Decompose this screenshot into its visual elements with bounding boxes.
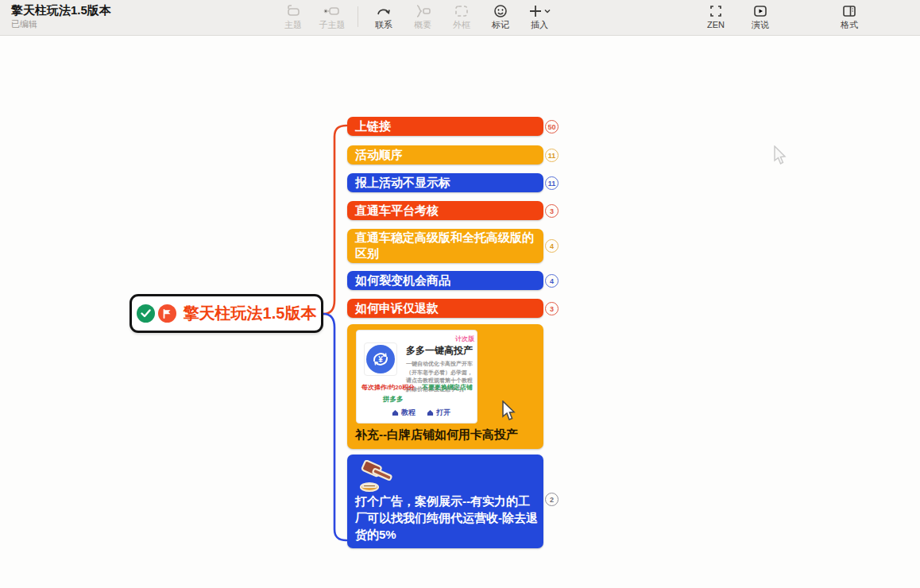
- relationship-icon: [376, 3, 392, 19]
- badge-count[interactable]: 3: [545, 302, 559, 315]
- topic-shanglianjie[interactable]: 上链接: [347, 117, 543, 136]
- card-open-button: 打开: [427, 408, 450, 418]
- zen-brackets-icon: [708, 3, 724, 19]
- mouse-cursor-ghost: [773, 145, 787, 166]
- root-topic-label: 擎天柱玩法1.5版本: [184, 303, 317, 324]
- root-topic[interactable]: 擎天柱玩法1.5版本: [129, 294, 323, 333]
- toolbar-boundary-button[interactable]: 外框: [448, 3, 475, 30]
- document-title: 擎天柱玩法1.5版本: [11, 2, 111, 18]
- topic-shensu-tuikuan[interactable]: 如何申诉仅退款: [347, 299, 543, 318]
- toolbar-insert-button[interactable]: 插入: [526, 3, 553, 30]
- app-header: 擎天柱玩法1.5版本 已编辑 主题 子主题 联系: [0, 0, 920, 36]
- badge-count[interactable]: 11: [545, 176, 559, 190]
- card-edition-tag: 计次版: [455, 335, 474, 343]
- topic-baipai-gaotouchan[interactable]: ¥ 计次版 多多一键高投产 一键自动优化卡高投产开车（开车老手必看）必学篇，请点…: [347, 324, 543, 449]
- badge-count[interactable]: 11: [545, 149, 559, 162]
- card-cost-note: 每次操作/约20积分: [361, 383, 415, 392]
- card-app-name: 多多一键高投产: [406, 344, 473, 358]
- main-toolbar: 主题 子主题 联系 概要: [280, 3, 553, 30]
- play-presentation-icon: [752, 3, 768, 19]
- topic-baipai-label: 补充--白牌店铺如何用卡高投产: [355, 427, 538, 443]
- badge-count[interactable]: 2: [545, 493, 559, 506]
- svg-text:¥: ¥: [378, 355, 383, 364]
- toolbar-subtopic-button[interactable]: 子主题: [319, 3, 346, 30]
- card-platform-label: 拼多多: [383, 395, 404, 404]
- document-meta: 擎天柱玩法1.5版本 已编辑: [11, 2, 111, 29]
- document-status: 已编辑: [11, 18, 111, 29]
- format-panel-icon: [841, 3, 857, 19]
- topic-baoshang-huodong[interactable]: 报上活动不显示标: [347, 173, 543, 192]
- format-toolbar: 格式: [836, 3, 863, 30]
- toolbar-topic-button[interactable]: 主题: [280, 3, 307, 30]
- badge-count[interactable]: 4: [545, 239, 559, 253]
- yuan-refresh-icon: ¥: [366, 345, 395, 373]
- insert-plus-icon: [528, 3, 551, 19]
- view-toolbar: ZEN 演说: [702, 3, 774, 30]
- topic-icon: [285, 3, 301, 19]
- home-icon: [392, 409, 399, 416]
- toolbar-relationship-button[interactable]: 联系: [370, 3, 397, 30]
- marker-smiley-icon: [493, 3, 508, 19]
- badge-count[interactable]: 4: [545, 274, 559, 288]
- summary-icon: [414, 3, 431, 19]
- pitch-mode-button[interactable]: 演说: [747, 3, 774, 30]
- topic-huodong-shunxu[interactable]: 活动顺序: [347, 145, 543, 164]
- toolbar-divider: [358, 6, 358, 27]
- mindmap-canvas[interactable]: 擎天柱玩法1.5版本 上链接 活动顺序 报上活动不显示标 直通车平台考核 直通车…: [0, 37, 920, 588]
- topic-guanggao-label: 打个广告，案例展示--有实力的工厂可以找我们纯佣代运营收-除去退货的5%: [355, 493, 538, 543]
- badge-count[interactable]: 50: [545, 120, 559, 133]
- subtopic-icon: [323, 3, 341, 19]
- topic-zhitongche-kaohe[interactable]: 直通车平台考核: [347, 201, 543, 220]
- topic-zhitongche-qubie[interactable]: 直通车稳定高级版和全托高级版的区别: [347, 229, 543, 263]
- badge-count[interactable]: 3: [545, 204, 559, 218]
- format-panel-button[interactable]: 格式: [836, 3, 863, 30]
- toolbar-summary-button[interactable]: 概要: [409, 3, 436, 30]
- topic-liebian-shangpin[interactable]: 如何裂变机会商品: [347, 271, 543, 290]
- topic-guanggao-anli[interactable]: 打个广告，案例展示--有实力的工厂可以找我们纯佣代运营收-除去退货的5%: [347, 455, 543, 548]
- embedded-screenshot-card: ¥ 计次版 多多一键高投产 一键自动优化卡高投产开车（开车老手必看）必学篇，请点…: [356, 330, 477, 424]
- card-buttons: 教程 打开: [392, 408, 450, 418]
- zen-mode-button[interactable]: ZEN: [702, 3, 729, 30]
- home-icon: [427, 409, 434, 416]
- mouse-cursor: [501, 400, 516, 422]
- task-done-icon[interactable]: [137, 304, 155, 323]
- app-icon-frame: ¥: [364, 342, 397, 376]
- gavel-icon: [357, 460, 398, 493]
- boundary-icon: [454, 3, 470, 19]
- card-tutorial-button: 教程: [392, 408, 416, 418]
- card-warning-note: 不要更换绑定店铺: [422, 383, 473, 392]
- flag-icon[interactable]: [158, 304, 176, 323]
- toolbar-marker-button[interactable]: 标记: [487, 3, 514, 30]
